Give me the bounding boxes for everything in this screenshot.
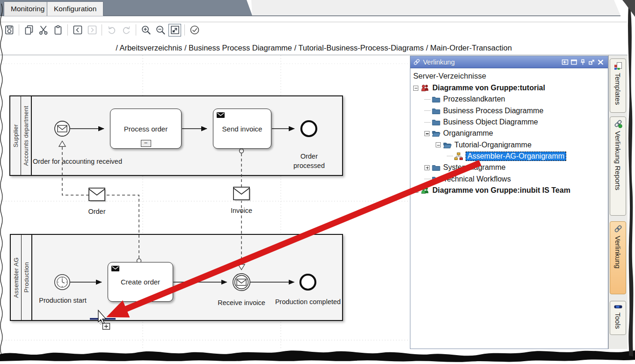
tree-item-business-object-diagramme[interactable]: Business Object Diagramme bbox=[424, 116, 608, 128]
lane-supplier[interactable]: Supplier bbox=[10, 96, 21, 175]
folder-icon bbox=[432, 164, 440, 171]
task-create-order-label: Create order bbox=[121, 278, 160, 286]
close-button[interactable] bbox=[596, 58, 605, 66]
tools-icon bbox=[614, 304, 622, 310]
tree-connector bbox=[424, 179, 431, 179]
tree-connector bbox=[447, 156, 453, 156]
detach-button[interactable] bbox=[587, 58, 596, 66]
lane-assembler-ag-label: Assembler AG bbox=[13, 257, 20, 298]
tree-connector bbox=[424, 110, 431, 111]
tree-connector bbox=[424, 122, 431, 123]
panel-title: Verlinkung bbox=[423, 58, 561, 66]
task-create-order[interactable]: Create order bbox=[108, 262, 173, 302]
side-tab-label: Templates bbox=[614, 73, 622, 105]
side-tab-tools[interactable]: Tools bbox=[610, 301, 626, 335]
end-event-label: Production completed bbox=[273, 297, 343, 306]
task-send-invoice-label: Send invoice bbox=[222, 125, 263, 133]
verlinkung-panel: Verlinkung bbox=[410, 56, 608, 349]
collapse-icon[interactable] bbox=[413, 86, 418, 91]
folder-open-icon bbox=[443, 142, 452, 148]
collapse-icon[interactable] bbox=[424, 131, 430, 136]
side-tab-templates[interactable]: Templates bbox=[610, 58, 626, 113]
lane-assembler-ag[interactable]: Assembler AG bbox=[11, 235, 22, 320]
templates-icon bbox=[614, 62, 622, 70]
org-chart-icon bbox=[454, 153, 463, 160]
tree-item-label: Diagramme von Gruppe:inubit IS Team bbox=[432, 186, 570, 195]
end-event-label-line2: processed bbox=[286, 161, 332, 170]
side-tab-label: Verlinkung Reports bbox=[614, 131, 622, 190]
task-send-invoice[interactable]: Send invoice bbox=[213, 109, 271, 149]
side-tab-strip: Templates Verlinkung Reports Verlinkung bbox=[608, 55, 628, 349]
tree-item-gruppe-inubit-is-team[interactable]: Diagramme von Gruppe:inubit IS Team bbox=[413, 185, 608, 196]
tree-item-prozesslandkarten[interactable]: Prozesslandkarten bbox=[424, 94, 608, 105]
folder-open-icon bbox=[432, 130, 440, 137]
tree-item-assembler-ag-organigramm[interactable]: Assembler-AG-Organigramm bbox=[447, 151, 608, 162]
pin-icon bbox=[579, 58, 586, 66]
lane-production-label: Production bbox=[23, 262, 30, 292]
message-invoice-label: Invoice bbox=[225, 206, 258, 215]
folder-icon bbox=[432, 108, 440, 114]
tree-connector bbox=[424, 99, 431, 100]
side-tab-verlinkung-reports[interactable]: Verlinkung Reports bbox=[610, 116, 626, 216]
end-event-label-line1: Order bbox=[286, 152, 332, 161]
verlinkung-panel-header[interactable]: Verlinkung bbox=[410, 56, 608, 68]
folder-icon bbox=[432, 96, 440, 102]
envelope-icon bbox=[217, 112, 225, 118]
link-icon bbox=[614, 225, 622, 233]
tree-item-label: Organigramme bbox=[443, 129, 493, 138]
expand-icon[interactable] bbox=[413, 188, 418, 193]
pin-button[interactable] bbox=[578, 58, 587, 66]
tree-item-label: Technical Workflows bbox=[443, 175, 511, 183]
tree-item-label: Systemdiagramme bbox=[443, 163, 505, 172]
server-directory-tree: Diagramme von Gruppe:tutorial Prozesslan… bbox=[410, 82, 608, 196]
task-process-order-label: Process order bbox=[124, 125, 168, 133]
start-event-label: Production start bbox=[36, 296, 89, 305]
tree-item-organigramme[interactable]: Organigramme bbox=[424, 128, 608, 139]
folder-icon bbox=[432, 119, 440, 125]
task-process-order[interactable]: Process order − bbox=[110, 109, 182, 149]
group-red-icon bbox=[421, 84, 430, 92]
detach-icon bbox=[588, 58, 595, 66]
end-event-label: Order processed bbox=[286, 152, 332, 170]
side-tab-label: Verlinkung bbox=[614, 236, 622, 269]
tree-item-label: Tutorial-Organigramme bbox=[454, 141, 532, 149]
intermediate-event-label: Receive invoice bbox=[213, 298, 270, 307]
dock-left-button[interactable] bbox=[561, 58, 569, 66]
tree-item-label: Prozesslandkarten bbox=[443, 95, 505, 103]
maximize-button[interactable] bbox=[569, 58, 578, 66]
lane-production[interactable]: Production bbox=[22, 235, 32, 320]
pool-assembler-ag[interactable]: Assembler AG Production bbox=[10, 234, 343, 321]
lane-supplier-label: Supplier bbox=[12, 124, 19, 147]
link-icon bbox=[413, 58, 420, 66]
group-green-icon bbox=[421, 187, 430, 194]
side-tab-verlinkung[interactable]: Verlinkung bbox=[610, 221, 626, 294]
tree-item-tutorial-organigramme[interactable]: Tutorial-Organigramme bbox=[436, 139, 608, 150]
message-order-label: Order bbox=[80, 207, 113, 216]
tree-item-label-selected: Assembler-AG-Organigramm bbox=[466, 152, 566, 161]
tree-item-business-process-diagramme[interactable]: Business Process Diagramme bbox=[424, 105, 608, 116]
close-icon bbox=[597, 58, 604, 66]
subprocess-marker-icon[interactable]: − bbox=[141, 140, 151, 147]
tree-item-systemdiagramme[interactable]: Systemdiagramme bbox=[424, 162, 608, 173]
folder-icon bbox=[432, 176, 440, 182]
expand-icon[interactable] bbox=[424, 165, 430, 170]
application-window: Monitoring Konfiguration bbox=[0, 0, 635, 364]
maximize-icon bbox=[570, 58, 577, 66]
tree-item-technical-workflows[interactable]: Technical Workflows bbox=[424, 173, 608, 184]
tree-item-label: Business Process Diagramme bbox=[443, 107, 543, 115]
side-tab-label: Tools bbox=[614, 313, 622, 329]
envelope-icon bbox=[111, 266, 119, 271]
collapse-icon[interactable] bbox=[436, 142, 441, 147]
tree-item-label: Business Object Diagramme bbox=[443, 118, 538, 126]
link-reports-icon bbox=[614, 120, 622, 128]
tree-section-header: Server-Verzeichnisse bbox=[410, 68, 608, 82]
start-event-label: Order for accounting received bbox=[27, 157, 128, 166]
tree-item-gruppe-tutorial[interactable]: Diagramme von Gruppe:tutorial bbox=[413, 82, 608, 94]
dock-left-icon bbox=[562, 58, 569, 66]
tree-item-label: Diagramme von Gruppe:tutorial bbox=[432, 84, 545, 92]
